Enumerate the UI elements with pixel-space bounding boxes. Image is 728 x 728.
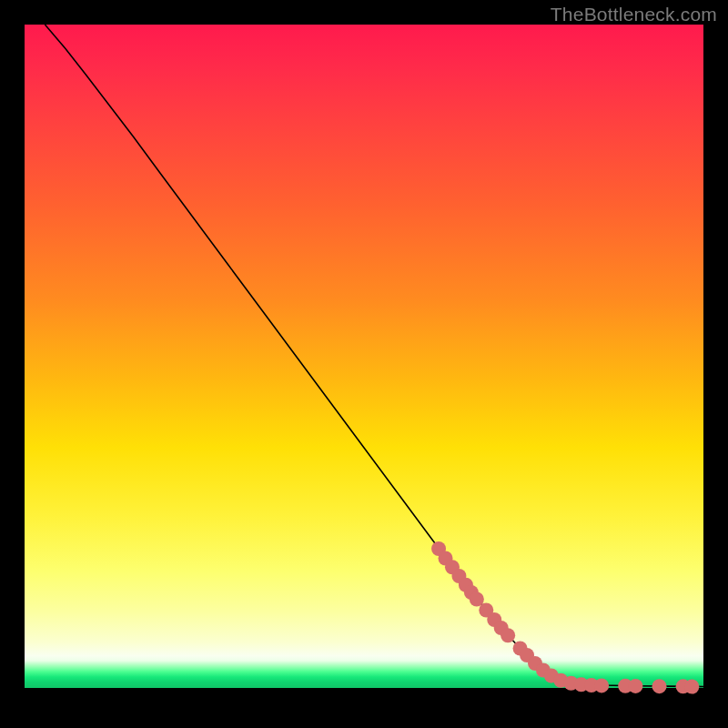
bottleneck-curve-line [45,25,703,687]
highlight-marker-icon [500,628,515,642]
chart-overlay [25,25,703,707]
highlight-marker-icon [628,679,642,693]
chart-stage: TheBottleneck.com [0,0,728,728]
highlight-marker-icon [684,680,699,694]
highlight-marker-icon [470,592,484,607]
highlight-marker-group [431,541,699,694]
watermark-text: TheBottleneck.com [551,4,717,25]
highlight-marker-icon [594,678,609,693]
plot-area [25,25,703,707]
highlight-marker-icon [652,679,667,693]
